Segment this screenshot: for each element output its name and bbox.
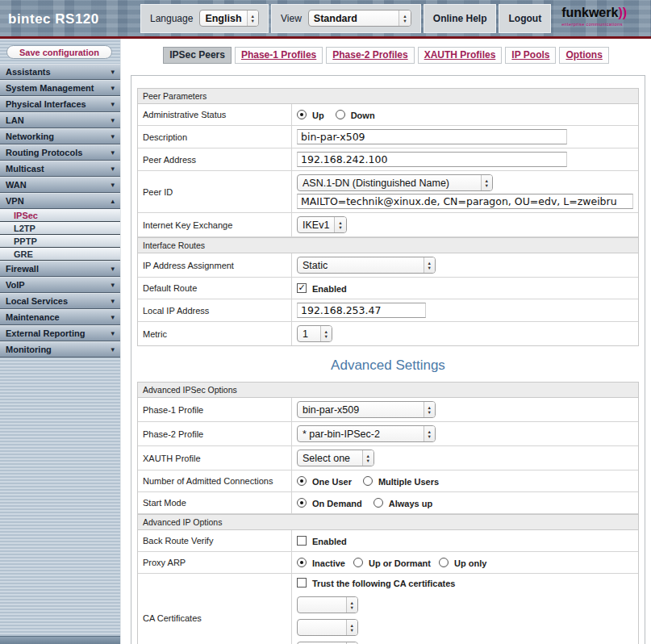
stepper-icon[interactable] — [346, 620, 357, 635]
sidebar-item-lan[interactable]: LAN — [0, 112, 120, 128]
sidebar-item-external-reporting[interactable]: External Reporting — [0, 325, 120, 341]
stepper-icon[interactable] — [399, 10, 410, 26]
header: bintec RS120 Language English View Stand… — [0, 0, 651, 36]
sidebar-item-label: VoIP — [6, 280, 25, 290]
tab-bar: IPSec Peers Phase-1 Profiles Phase-2 Pro… — [124, 47, 648, 64]
stepper-icon[interactable] — [424, 402, 435, 417]
sidebar-item-vpn[interactable]: VPN — [0, 193, 120, 209]
sidebar-item-monitoring[interactable]: Monitoring — [0, 341, 120, 358]
xauth-profile-select[interactable]: Select one — [297, 450, 374, 466]
sidebar-subitem-pptp[interactable]: PPTP — [0, 235, 120, 248]
row-ca-certificates: CA Certificates Trust the following CA c… — [138, 574, 638, 644]
sidebar-item-voip[interactable]: VoIP — [0, 277, 120, 293]
field-label: Number of Admitted Connections — [138, 470, 291, 491]
stepper-icon[interactable] — [247, 10, 258, 26]
stepper-icon[interactable] — [424, 257, 435, 273]
admin-status-down-radio[interactable] — [336, 110, 345, 119]
trust-ca-certificates-checkbox[interactable] — [297, 578, 307, 588]
peer-id-type-value: ASN.1-DN (Distinguished Name) — [298, 175, 481, 190]
sidebar-item-label: External Reporting — [6, 328, 85, 338]
stepper-icon[interactable] — [320, 326, 332, 341]
ike-select[interactable]: IKEv1 — [297, 216, 347, 233]
stepper-icon[interactable] — [362, 450, 373, 466]
phase1-profile-select[interactable]: bin-par-x509 — [297, 401, 436, 418]
sidebar-item-label: Firewall — [6, 264, 39, 274]
sidebar-item-label: LAN — [6, 115, 24, 125]
always-up-radio[interactable] — [373, 498, 383, 508]
sidebar-item-physical-interfaces[interactable]: Physical Interfaces — [0, 96, 120, 112]
sidebar-subitem-gre[interactable]: GRE — [0, 248, 120, 261]
proxy-arp-up-or-dormant-radio[interactable] — [353, 558, 363, 567]
one-user-radio[interactable] — [297, 476, 307, 486]
device-title: bintec RS120 — [8, 11, 129, 27]
sidebar-item-multicast[interactable]: Multicast — [0, 161, 120, 177]
stepper-icon[interactable] — [481, 175, 492, 190]
stepper-icon[interactable] — [346, 597, 357, 613]
default-route-checkbox[interactable] — [297, 283, 307, 293]
peer-id-type-select[interactable]: ASN.1-DN (Distinguished Name) — [297, 174, 493, 191]
ip-assignment-value: Static — [298, 257, 424, 273]
sidebar-item-assistants[interactable]: Assistants — [0, 64, 120, 80]
peer-id-input[interactable] — [297, 194, 633, 209]
language-select[interactable]: English — [199, 10, 259, 27]
tab-ipsec-peers[interactable]: IPSec Peers — [163, 47, 232, 64]
phase2-profile-select[interactable]: * par-bin-IPSec-2 — [297, 425, 436, 442]
sidebar-item-label: Local Services — [6, 296, 68, 306]
field-label: Peer Address — [138, 148, 291, 170]
view-control: View Standard — [271, 4, 421, 33]
save-configuration-button[interactable]: Save configuration — [6, 45, 112, 59]
chevron-down-icon — [111, 133, 115, 140]
ca-certificate-select-2[interactable] — [297, 619, 358, 636]
field-label: Proxy ARP — [138, 552, 291, 573]
sidebar-item-networking[interactable]: Networking — [0, 128, 120, 144]
sidebar-subitem-l2tp[interactable]: L2TP — [0, 222, 120, 235]
multiple-users-radio[interactable] — [363, 476, 373, 486]
sidebar-item-label: Routing Protocols — [6, 148, 82, 157]
proxy-arp-up-only-radio[interactable] — [439, 558, 449, 567]
sidebar-item-label: Networking — [6, 132, 54, 141]
sidebar-item-maintenance[interactable]: Maintenance — [0, 309, 120, 325]
chevron-down-icon — [111, 330, 115, 337]
view-select[interactable]: Standard — [308, 10, 411, 27]
sidebar-item-label: Monitoring — [6, 345, 52, 354]
description-input[interactable] — [297, 129, 567, 144]
phase1-profile-value: bin-par-x509 — [298, 402, 424, 417]
online-help-button[interactable]: Online Help — [424, 4, 497, 33]
advanced-settings-heading: Advanced Settings — [137, 358, 639, 374]
logout-button[interactable]: Logout — [499, 4, 551, 33]
sidebar-item-label: Physical Interfaces — [6, 99, 86, 109]
metric-select[interactable]: 1 — [297, 325, 332, 342]
proxy-arp-inactive-radio[interactable] — [297, 558, 307, 567]
admin-status-up-radio[interactable] — [297, 110, 307, 119]
sidebar-item-firewall[interactable]: Firewall — [0, 261, 120, 277]
sidebar-item-routing-protocols[interactable]: Routing Protocols — [0, 144, 120, 161]
ip-assignment-select[interactable]: Static — [297, 257, 436, 274]
stepper-icon[interactable] — [424, 426, 435, 441]
row-description: Description — [138, 126, 638, 148]
sidebar-item-system-management[interactable]: System Management — [0, 80, 120, 96]
ca-certificate-select-1[interactable] — [297, 596, 358, 613]
peer-address-input[interactable] — [297, 152, 567, 167]
tab-xauth-profiles[interactable]: XAUTH Profiles — [418, 47, 503, 64]
tab-phase2-profiles[interactable]: Phase-2 Profiles — [326, 47, 414, 64]
default-route-enabled-label: Enabled — [312, 284, 347, 294]
tab-ip-pools[interactable]: IP Pools — [505, 47, 556, 64]
sidebar-item-wan[interactable]: WAN — [0, 177, 120, 193]
sidebar-subitem-ipsec[interactable]: IPSec — [0, 209, 120, 222]
row-internet-key-exchange: Internet Key Exchange IKEv1 — [138, 213, 638, 237]
trust-ca-certificates-label: Trust the following CA certificates — [312, 579, 455, 588]
back-route-verify-checkbox[interactable] — [297, 536, 307, 546]
local-ip-input[interactable] — [297, 303, 426, 318]
on-demand-radio[interactable] — [297, 498, 307, 508]
row-xauth-profile: XAUTH Profile Select one — [138, 446, 638, 470]
tab-phase1-profiles[interactable]: Phase-1 Profiles — [235, 47, 323, 64]
field-label: IP Address Assignment — [138, 253, 291, 277]
language-label: Language — [150, 13, 193, 24]
stepper-icon[interactable] — [334, 217, 345, 232]
sidebar-item-label: WAN — [6, 180, 27, 190]
sidebar: Save configuration Assistants System Man… — [0, 39, 121, 644]
tab-options[interactable]: Options — [559, 47, 608, 64]
sidebar-item-local-services[interactable]: Local Services — [0, 293, 120, 309]
field-label: Start Mode — [138, 492, 291, 513]
chevron-down-icon — [111, 314, 115, 321]
